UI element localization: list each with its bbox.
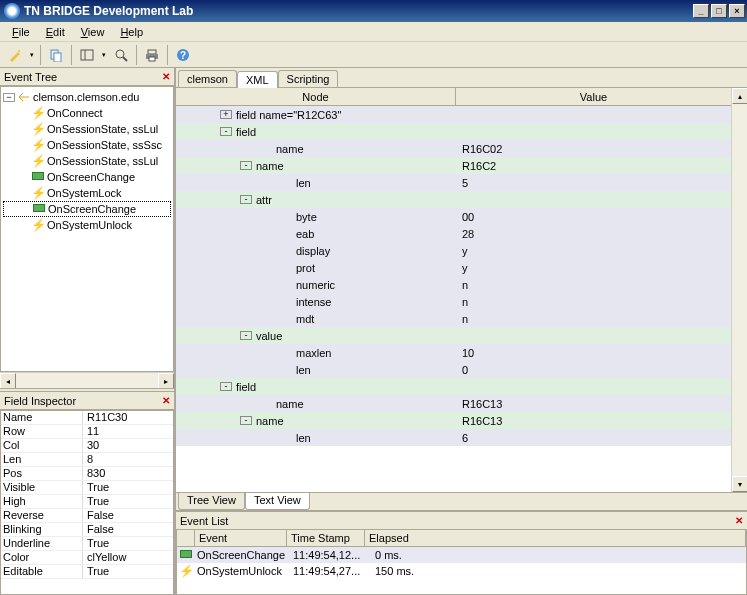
field-inspector[interactable]: NameR11C30Row11Col30Len8Pos830VisibleTru… [0, 410, 174, 595]
xml-row[interactable]: nameR16C13 [176, 395, 731, 412]
scroll-down-icon[interactable]: ▾ [732, 476, 747, 492]
tool-search[interactable] [110, 44, 132, 66]
xml-row[interactable]: +field name="R12C63" [176, 106, 731, 123]
xml-row[interactable]: -field [176, 123, 731, 140]
tree-item-label: OnSessionState, ssLul [47, 123, 158, 135]
xml-row[interactable]: len0 [176, 361, 731, 378]
xml-row[interactable]: mdtn [176, 310, 731, 327]
collapse-icon[interactable]: - [240, 195, 252, 204]
tree-item[interactable]: ⚡OnSystemLock [3, 185, 171, 201]
xml-row[interactable]: len5 [176, 174, 731, 191]
tab-scripting[interactable]: Scripting [278, 70, 339, 87]
tree-item[interactable]: ⚡OnSessionState, ssSsc [3, 137, 171, 153]
xml-row[interactable]: numericn [176, 276, 731, 293]
tool-wizard[interactable] [4, 44, 26, 66]
col-timestamp[interactable]: Time Stamp [287, 530, 365, 546]
window-title: TN BRIDGE Development Lab [24, 4, 193, 18]
xml-row[interactable]: displayy [176, 242, 731, 259]
xml-row[interactable]: -value [176, 327, 731, 344]
xml-node-value: n [456, 296, 731, 308]
tree-item[interactable]: ⚡OnSystemUnlock [3, 217, 171, 233]
xml-row[interactable]: maxlen10 [176, 344, 731, 361]
event-list-close-icon[interactable]: ✕ [735, 515, 743, 526]
svg-rect-3 [81, 50, 93, 60]
tree-item[interactable]: ⚡OnSessionState, ssLul [3, 153, 171, 169]
tab-xml[interactable]: XML [237, 71, 278, 88]
xml-row[interactable]: nameR16C02 [176, 140, 731, 157]
inspector-row[interactable]: VisibleTrue [1, 481, 173, 495]
scroll-up-icon[interactable]: ▴ [732, 88, 747, 104]
scroll-right-icon[interactable]: ▸ [158, 373, 174, 389]
inspector-row[interactable]: Col30 [1, 439, 173, 453]
xml-grid[interactable]: Node Value +field name="R12C63"-fieldnam… [176, 88, 731, 492]
xml-row[interactable]: -attr [176, 191, 731, 208]
col-event[interactable]: Event [195, 530, 287, 546]
col-elapsed[interactable]: Elapsed [365, 530, 746, 546]
collapse-icon[interactable]: − [3, 93, 15, 102]
tree-root[interactable]: − clemson.clemson.edu [3, 89, 171, 105]
inspector-row[interactable]: BlinkingFalse [1, 523, 173, 537]
expand-icon[interactable]: + [220, 110, 232, 119]
minimize-button[interactable]: _ [693, 4, 709, 18]
xml-scrollbar-v[interactable]: ▴ ▾ [731, 88, 747, 492]
svg-rect-13 [33, 173, 43, 179]
inspector-row[interactable]: Pos830 [1, 467, 173, 481]
tool-wizard-dropdown[interactable]: ▾ [28, 51, 36, 59]
tab-text-view[interactable]: Text View [245, 493, 310, 510]
scroll-left-icon[interactable]: ◂ [0, 373, 16, 389]
inspector-row[interactable]: UnderlineTrue [1, 537, 173, 551]
event-tree-close-icon[interactable]: ✕ [162, 71, 170, 82]
inspector-row[interactable]: Len8 [1, 453, 173, 467]
maximize-button[interactable]: □ [711, 4, 727, 18]
tool-copy[interactable] [45, 44, 67, 66]
tree-scrollbar-h[interactable]: ◂ ▸ [0, 372, 174, 388]
tool-layout-dropdown[interactable]: ▾ [100, 51, 108, 59]
xml-node-value: R16C2 [456, 160, 731, 172]
xml-col-value[interactable]: Value [456, 88, 731, 105]
inspector-row[interactable]: ColorclYellow [1, 551, 173, 565]
event-name: OnSystemUnlock [195, 565, 291, 577]
xml-row[interactable]: proty [176, 259, 731, 276]
xml-row[interactable]: -nameR16C13 [176, 412, 731, 429]
connection-icon [17, 90, 31, 104]
close-button[interactable]: × [729, 4, 745, 18]
event-list-row[interactable]: OnScreenChange11:49:54,12...0 ms. [177, 547, 746, 563]
inspector-value: False [83, 509, 173, 522]
xml-row[interactable]: byte00 [176, 208, 731, 225]
inspector-row[interactable]: HighTrue [1, 495, 173, 509]
xml-col-node[interactable]: Node [176, 88, 456, 105]
inspector-row[interactable]: Row11 [1, 425, 173, 439]
event-list-row[interactable]: ⚡OnSystemUnlock11:49:54,27...150 ms. [177, 563, 746, 579]
tree-item[interactable]: OnScreenChange [3, 201, 171, 217]
toolbar: ▾ ▾ ? [0, 42, 747, 68]
menu-edit[interactable]: Edit [38, 24, 73, 40]
inspector-row[interactable]: EditableTrue [1, 565, 173, 579]
tool-layout[interactable] [76, 44, 98, 66]
event-tree[interactable]: − clemson.clemson.edu ⚡OnConnect⚡OnSessi… [0, 86, 174, 372]
tab-clemson[interactable]: clemson [178, 70, 237, 87]
menu-view[interactable]: View [73, 24, 113, 40]
xml-row[interactable]: eab28 [176, 225, 731, 242]
inspector-row[interactable]: ReverseFalse [1, 509, 173, 523]
collapse-icon[interactable]: - [240, 331, 252, 340]
inspector-row[interactable]: NameR11C30 [1, 411, 173, 425]
tab-tree-view[interactable]: Tree View [178, 493, 245, 510]
tree-item[interactable]: ⚡OnConnect [3, 105, 171, 121]
menu-file[interactable]: File [4, 24, 38, 40]
xml-row[interactable]: intensen [176, 293, 731, 310]
collapse-icon[interactable]: - [240, 161, 252, 170]
xml-row[interactable]: len6 [176, 429, 731, 446]
tree-root-label: clemson.clemson.edu [33, 91, 139, 103]
menu-help[interactable]: Help [112, 24, 151, 40]
collapse-icon[interactable]: - [240, 416, 252, 425]
tool-help[interactable]: ? [172, 44, 194, 66]
tree-item[interactable]: OnScreenChange [3, 169, 171, 185]
tool-print[interactable] [141, 44, 163, 66]
xml-row[interactable]: -nameR16C2 [176, 157, 731, 174]
collapse-icon[interactable]: - [220, 382, 232, 391]
collapse-icon[interactable]: - [220, 127, 232, 136]
event-list-grid[interactable]: Event Time Stamp Elapsed OnScreenChange1… [176, 529, 747, 595]
tree-item[interactable]: ⚡OnSessionState, ssLul [3, 121, 171, 137]
field-inspector-close-icon[interactable]: ✕ [162, 395, 170, 406]
xml-row[interactable]: -field [176, 378, 731, 395]
